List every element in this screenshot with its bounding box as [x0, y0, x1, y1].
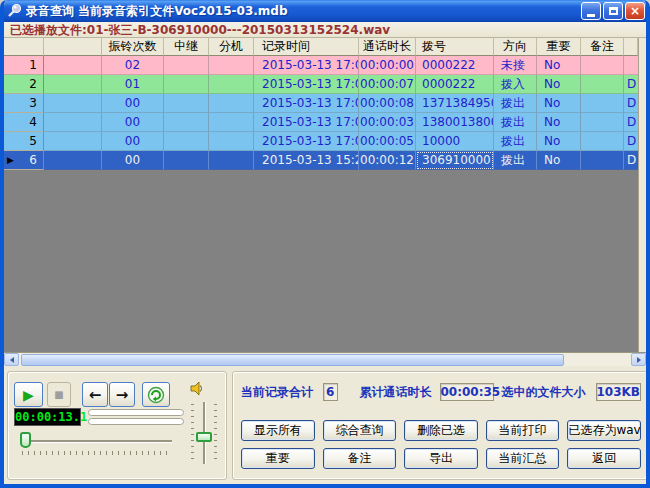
- cell-duration[interactable]: 00:00:07: [359, 75, 416, 94]
- scroll-left-button[interactable]: [4, 353, 19, 366]
- print-current-button[interactable]: 当前打印: [486, 420, 560, 441]
- cell-important[interactable]: No: [537, 132, 581, 151]
- cell-file-clipped[interactable]: D: [624, 113, 638, 132]
- row-number[interactable]: ▶6: [4, 151, 44, 170]
- header-important[interactable]: 重要: [537, 38, 581, 56]
- table-row[interactable]: 2 01 2015-03-13 17:04:20 00:00:07 000022…: [4, 75, 638, 94]
- cell-dial-number[interactable]: 13800138000: [416, 113, 494, 132]
- cell-direction[interactable]: 拨出: [494, 113, 537, 132]
- cell-note[interactable]: [581, 113, 624, 132]
- header-blank[interactable]: [44, 38, 102, 56]
- cell-note[interactable]: [581, 75, 624, 94]
- row-number[interactable]: 1: [4, 56, 44, 75]
- cell-dial-number[interactable]: 10000: [416, 132, 494, 151]
- cell-extension[interactable]: [209, 113, 254, 132]
- close-button[interactable]: ×: [625, 2, 645, 20]
- cell-duration[interactable]: 00:00:05: [359, 132, 416, 151]
- cell-ring-count[interactable]: 02: [102, 56, 164, 75]
- header-dial-number[interactable]: 拨号: [416, 38, 494, 56]
- header-note[interactable]: 备注: [581, 38, 624, 56]
- cell-important[interactable]: No: [537, 56, 581, 75]
- cell-note[interactable]: [581, 132, 624, 151]
- cell-trunk[interactable]: [164, 56, 209, 75]
- delete-selected-button[interactable]: 删除已选: [404, 420, 478, 441]
- previous-button[interactable]: ←: [82, 382, 108, 407]
- play-button[interactable]: ▶: [14, 382, 43, 407]
- table-row-selected[interactable]: ▶6 00 2015-03-13 15:25:24 00:00:12 30691…: [4, 151, 638, 170]
- cell-duration[interactable]: 00:00:00: [359, 56, 416, 75]
- loop-button[interactable]: [142, 382, 170, 407]
- combined-query-button[interactable]: 综合查询: [323, 420, 397, 441]
- cell-extension[interactable]: [209, 75, 254, 94]
- scrollbar-thumb[interactable]: [21, 354, 564, 366]
- cell-ring-count[interactable]: 00: [102, 94, 164, 113]
- cell-file-clipped[interactable]: D: [624, 132, 638, 151]
- header-ring-count[interactable]: 振铃次数: [102, 38, 164, 56]
- cell-record-time[interactable]: 2015-03-13 17:03:48: [254, 113, 359, 132]
- cell-ring-count[interactable]: 01: [102, 75, 164, 94]
- save-selected-as-wav-button[interactable]: 已选存为wav: [567, 420, 641, 441]
- header-duration[interactable]: 通话时长: [359, 38, 416, 56]
- cell-file-clipped[interactable]: [624, 56, 638, 75]
- cell-file-clipped[interactable]: D: [624, 75, 638, 94]
- cell-direction[interactable]: 未接: [494, 56, 537, 75]
- cell-important[interactable]: No: [537, 151, 581, 170]
- cell-trunk[interactable]: [164, 113, 209, 132]
- seek-slider-track[interactable]: [22, 440, 172, 442]
- table-row[interactable]: 4 00 2015-03-13 17:03:48 00:00:03 138001…: [4, 113, 638, 132]
- current-summary-button[interactable]: 当前汇总: [486, 448, 560, 469]
- cell-direction[interactable]: 拨出: [494, 94, 537, 113]
- cell-trunk[interactable]: [164, 132, 209, 151]
- cell-blank[interactable]: [44, 132, 102, 151]
- cell-extension[interactable]: [209, 56, 254, 75]
- cell-record-time[interactable]: 2015-03-13 17:05:09: [254, 56, 359, 75]
- cell-ring-count[interactable]: 00: [102, 151, 164, 170]
- cell-blank[interactable]: [44, 151, 102, 170]
- scroll-right-button[interactable]: [631, 353, 646, 366]
- seek-slider-thumb[interactable]: [20, 432, 31, 448]
- cell-record-time[interactable]: 2015-03-13 15:25:24: [254, 151, 359, 170]
- cell-blank[interactable]: [44, 75, 102, 94]
- cell-important[interactable]: No: [537, 113, 581, 132]
- cell-record-time[interactable]: 2015-03-13 17:04:20: [254, 75, 359, 94]
- cell-note[interactable]: [581, 56, 624, 75]
- show-all-button[interactable]: 显示所有: [241, 420, 315, 441]
- cell-duration[interactable]: 00:00:12: [359, 151, 416, 170]
- next-button[interactable]: →: [109, 382, 135, 407]
- row-number[interactable]: 4: [4, 113, 44, 132]
- important-button[interactable]: 重要: [241, 448, 315, 469]
- row-number[interactable]: 2: [4, 75, 44, 94]
- cell-extension[interactable]: [209, 151, 254, 170]
- export-button[interactable]: 导出: [404, 448, 478, 469]
- cell-duration[interactable]: 00:00:03: [359, 113, 416, 132]
- table-row[interactable]: 1 02 2015-03-13 17:05:09 00:00:00 000022…: [4, 56, 638, 75]
- table-row[interactable]: 5 00 2015-03-13 17:03:40 00:00:05 10000 …: [4, 132, 638, 151]
- header-record-time[interactable]: 记录时间: [254, 38, 359, 56]
- corner-header-cell[interactable]: [4, 38, 44, 56]
- volume-slider-thumb[interactable]: [196, 432, 212, 442]
- cell-blank[interactable]: [44, 56, 102, 75]
- row-number[interactable]: 5: [4, 132, 44, 151]
- cell-dial-number[interactable]: 0000222: [416, 75, 494, 94]
- cell-record-time[interactable]: 2015-03-13 17:03:40: [254, 132, 359, 151]
- horizontal-scrollbar[interactable]: [4, 352, 646, 366]
- cell-dial-number[interactable]: 13713849508: [416, 94, 494, 113]
- cell-duration[interactable]: 00:00:08: [359, 94, 416, 113]
- cell-trunk[interactable]: [164, 94, 209, 113]
- cell-note[interactable]: [581, 94, 624, 113]
- stop-button[interactable]: ■: [47, 382, 71, 407]
- cell-extension[interactable]: [209, 94, 254, 113]
- maximize-button[interactable]: [603, 2, 623, 20]
- cell-record-time[interactable]: 2015-03-13 17:03:55: [254, 94, 359, 113]
- cell-ring-count[interactable]: 00: [102, 113, 164, 132]
- cell-file-clipped[interactable]: D: [624, 151, 638, 170]
- cell-direction[interactable]: 拨入: [494, 75, 537, 94]
- note-button[interactable]: 备注: [323, 448, 397, 469]
- cell-trunk[interactable]: [164, 151, 209, 170]
- row-number[interactable]: 3: [4, 94, 44, 113]
- cell-important[interactable]: No: [537, 94, 581, 113]
- cell-dial-number-focused[interactable]: 306910000: [416, 151, 494, 170]
- header-trunk[interactable]: 中继: [164, 38, 209, 56]
- cell-important[interactable]: No: [537, 75, 581, 94]
- cell-extension[interactable]: [209, 132, 254, 151]
